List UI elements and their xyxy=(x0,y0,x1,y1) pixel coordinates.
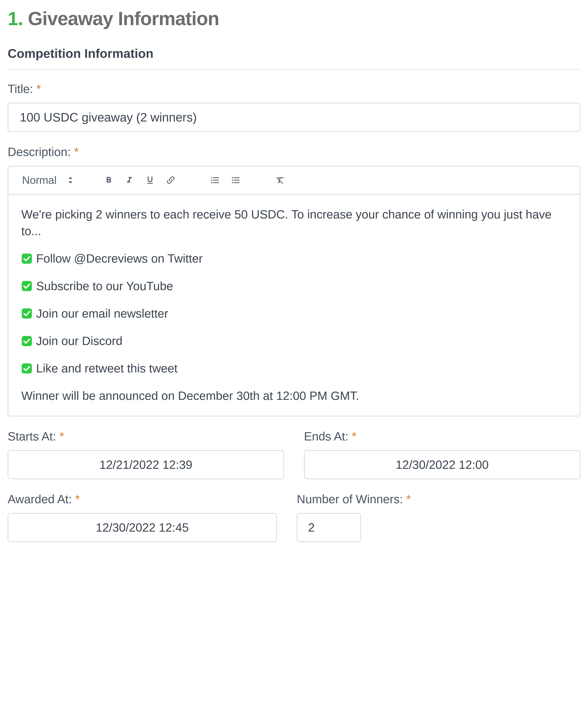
description-editor: Normal xyxy=(8,166,580,416)
description-item: Join our email newsletter xyxy=(36,305,168,322)
awarded-at-input[interactable] xyxy=(8,513,277,542)
description-textarea[interactable]: We're picking 2 winners to each receive … xyxy=(8,195,580,416)
editor-toolbar: Normal xyxy=(8,166,580,195)
svg-rect-1 xyxy=(22,281,32,291)
svg-rect-3 xyxy=(22,336,32,346)
description-item: Follow @Decreviews on Twitter xyxy=(36,250,203,267)
chevron-updown-icon xyxy=(67,176,73,185)
check-icon xyxy=(21,281,32,292)
title-label: Title: * xyxy=(8,82,580,96)
description-outro: Winner will be announced on December 30t… xyxy=(21,387,567,404)
title-input[interactable] xyxy=(8,103,580,132)
check-icon xyxy=(21,308,32,319)
description-item: Like and retweet this tweet xyxy=(36,360,178,377)
step-number: 1. xyxy=(8,8,23,29)
winners-label: Number of Winners: * xyxy=(297,492,580,506)
starts-at-label: Starts At: * xyxy=(8,429,284,444)
description-intro: We're picking 2 winners to each receive … xyxy=(21,206,567,239)
ends-at-input[interactable] xyxy=(304,450,580,479)
svg-rect-4 xyxy=(22,363,32,373)
winners-input[interactable] xyxy=(297,513,361,542)
svg-rect-0 xyxy=(22,254,32,264)
ends-at-label: Ends At: * xyxy=(304,429,580,444)
underline-button[interactable] xyxy=(142,172,158,189)
check-icon xyxy=(21,336,32,347)
page-title: 1. Giveaway Information xyxy=(8,8,580,29)
clear-format-button[interactable] xyxy=(272,172,289,189)
check-icon xyxy=(21,253,32,264)
section-title: Competition Information xyxy=(8,46,580,70)
description-label: Description: * xyxy=(8,145,580,159)
awarded-at-label: Awarded At: * xyxy=(8,492,277,506)
format-dropdown[interactable]: Normal xyxy=(18,171,78,189)
italic-button[interactable] xyxy=(121,172,138,189)
description-item: Join our Discord xyxy=(36,332,122,349)
svg-rect-2 xyxy=(22,308,32,319)
link-button[interactable] xyxy=(162,172,179,189)
page-title-text: Giveaway Information xyxy=(28,8,219,29)
unordered-list-button[interactable] xyxy=(227,172,244,189)
check-icon xyxy=(21,363,32,374)
bold-button[interactable] xyxy=(100,172,117,189)
ordered-list-button[interactable] xyxy=(207,172,224,189)
description-item: Subscribe to our YouTube xyxy=(36,278,173,295)
starts-at-input[interactable] xyxy=(8,450,284,479)
